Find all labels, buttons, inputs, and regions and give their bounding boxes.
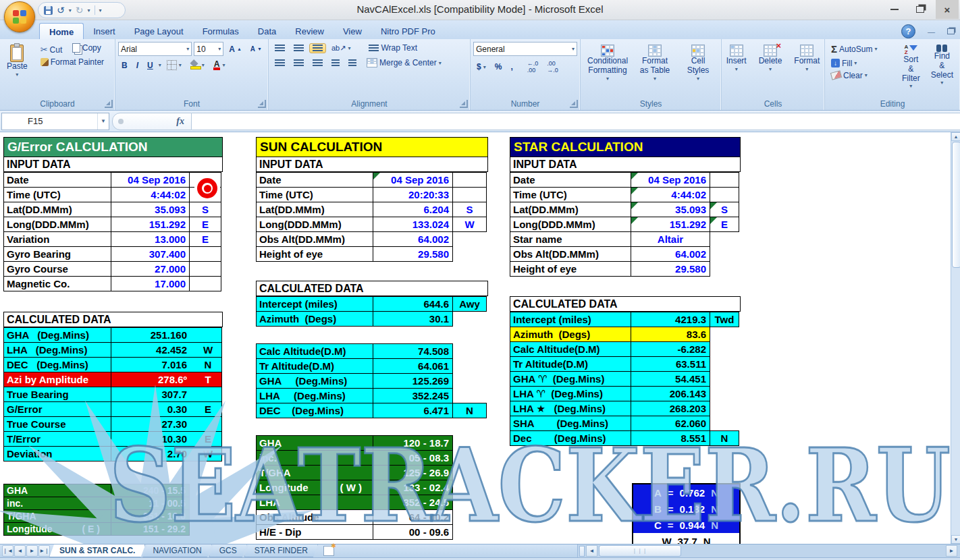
cell-value[interactable]: 27.000 bbox=[111, 261, 190, 277]
cell-label[interactable]: LHA bbox=[256, 495, 373, 510]
cell-unit[interactable]: S bbox=[452, 202, 487, 217]
font-color-button[interactable]: A▾ bbox=[210, 59, 229, 72]
cell-value[interactable]: 30.1 bbox=[373, 311, 453, 327]
paste-button[interactable]: Paste ▾ bbox=[3, 42, 32, 80]
cell-value[interactable]: 352.245 bbox=[373, 388, 453, 403]
shrink-font-button[interactable]: A▼ bbox=[247, 44, 265, 54]
cell-label[interactable]: Gyro Bearing bbox=[3, 246, 111, 262]
cell-value[interactable]: 35.093 bbox=[111, 202, 190, 217]
format-as-table-button[interactable]: Format as Table▾ bbox=[635, 42, 675, 95]
delete-cells-button[interactable]: Delete▾ bbox=[755, 42, 786, 95]
cell-value[interactable]: 151.292 bbox=[111, 217, 190, 232]
cell-label[interactable]: True Course bbox=[3, 416, 111, 432]
next-sheet-icon[interactable]: ► bbox=[26, 545, 38, 557]
sheet-tab-navigation[interactable]: NAVIGATION bbox=[142, 544, 211, 557]
cell-value[interactable]: 644.6 bbox=[373, 296, 453, 312]
cell-label[interactable]: Long(DDD.MMm) bbox=[510, 217, 631, 232]
cell-label[interactable]: Lat(DD.MMm) bbox=[256, 202, 373, 217]
cell-label[interactable]: Time (UTC) bbox=[3, 187, 111, 202]
cell-value[interactable]: Altair bbox=[631, 231, 710, 247]
cell-label[interactable]: T/Error bbox=[3, 431, 111, 447]
cell-value[interactable]: 04 Sep 2016 bbox=[631, 172, 710, 188]
horizontal-scrollbar[interactable]: ◄ ❘❘❘ ► bbox=[577, 544, 960, 557]
scroll-up-icon[interactable]: ▲ bbox=[951, 132, 960, 141]
cell-unit[interactable] bbox=[452, 231, 487, 247]
cell-value[interactable]: 04 Sep 2016 bbox=[373, 172, 453, 188]
cell-unit[interactable]: S bbox=[189, 202, 221, 217]
customize-qat-caret[interactable]: ▾ bbox=[99, 7, 102, 13]
cell-label[interactable]: Obs Alt(DD.MMm) bbox=[256, 231, 373, 247]
cell-label[interactable]: GHA bbox=[3, 484, 111, 497]
cell-value[interactable]: 17.000 bbox=[111, 276, 190, 291]
increase-decimal-button[interactable]: ←.0.00 bbox=[524, 59, 542, 75]
cell-label[interactable]: GHA ♈ (Deg.Mins) bbox=[510, 371, 631, 387]
sort-filter-button[interactable]: AZ Sort & Filter▾ bbox=[898, 42, 924, 95]
cell-label[interactable]: Obs Alt(DD.MMm) bbox=[510, 246, 631, 262]
cell-value[interactable]: 206.143 bbox=[631, 386, 710, 401]
cell-label[interactable]: LHA ★ (Deg.Mins) bbox=[510, 401, 631, 416]
cell-value[interactable]: 05 - 08.3 bbox=[373, 450, 453, 466]
cell-value[interactable]: 8.551 bbox=[631, 430, 710, 446]
cell-value[interactable]: 4:44:02 bbox=[631, 187, 710, 202]
cell-label[interactable]: GHA (Deg.Mins) bbox=[3, 327, 111, 343]
comma-button[interactable]: , bbox=[507, 61, 516, 73]
cell-value[interactable]: 4219.3 bbox=[631, 312, 710, 327]
tab-formulas[interactable]: Formulas bbox=[193, 23, 248, 39]
cell-value[interactable]: 133.024 bbox=[373, 217, 453, 232]
cell-label[interactable]: T/GHA bbox=[3, 509, 111, 523]
sheet-tab-gcs[interactable]: GCS bbox=[209, 544, 247, 557]
format-painter-button[interactable]: Format Painter bbox=[37, 56, 107, 68]
formula-input[interactable] bbox=[192, 113, 960, 130]
vertical-scrollbar[interactable]: ▲ ▼ bbox=[951, 132, 960, 544]
cell-unit[interactable] bbox=[452, 358, 487, 374]
cell-unit[interactable]: N bbox=[710, 430, 739, 446]
cell-value[interactable]: 13.000 bbox=[111, 231, 190, 247]
cell-unit[interactable] bbox=[452, 187, 487, 202]
cell-value[interactable]: 29.580 bbox=[373, 246, 453, 262]
cell-label[interactable]: True Bearing bbox=[3, 387, 111, 402]
redo-icon[interactable]: ↻ bbox=[76, 5, 84, 15]
insert-worksheet-button[interactable] bbox=[318, 544, 340, 557]
sheet-tab-sun-star-calc[interactable]: SUN & STAR CALC. bbox=[49, 544, 145, 557]
cell-unit[interactable] bbox=[710, 371, 739, 387]
name-box[interactable]: F15 ▼ bbox=[1, 113, 109, 130]
tab-home[interactable]: Home bbox=[39, 23, 84, 40]
cell-label[interactable]: H/E - Dip bbox=[256, 524, 373, 540]
cell-unit[interactable] bbox=[710, 386, 739, 401]
cell-unit[interactable] bbox=[710, 356, 739, 372]
cell-label[interactable]: Azi by Amplitude bbox=[3, 372, 111, 387]
cell-label[interactable]: inc. bbox=[256, 450, 373, 466]
cell-value[interactable]: 35.093 bbox=[631, 202, 710, 217]
fill-button[interactable]: ↓Fill▾ bbox=[828, 57, 860, 69]
cell-unit[interactable] bbox=[452, 373, 487, 389]
cell-label[interactable]: GHA (Deg.Mins) bbox=[256, 373, 373, 389]
cell-value[interactable]: 10.30E bbox=[111, 431, 222, 447]
find-select-button[interactable]: Find & Select▾ bbox=[927, 42, 957, 95]
cell-unit[interactable] bbox=[710, 261, 739, 277]
decrease-decimal-button[interactable]: .00→.0 bbox=[543, 59, 562, 75]
tab-data[interactable]: Data bbox=[248, 23, 286, 39]
close-button[interactable]: × bbox=[936, 0, 959, 19]
restore-button[interactable] bbox=[909, 0, 932, 19]
cell-value[interactable]: 133 - 02.4 bbox=[373, 480, 453, 495]
align-center-button[interactable] bbox=[290, 58, 307, 68]
cell-value[interactable]: 74.508 bbox=[373, 343, 453, 359]
cell-label[interactable]: Height of eye bbox=[510, 261, 631, 277]
cell-unit[interactable] bbox=[189, 246, 221, 262]
cell-value[interactable]: -6.282 bbox=[631, 341, 710, 357]
cell-value[interactable]: 6.471 bbox=[373, 403, 453, 418]
cell-value[interactable]: 64.061 bbox=[373, 358, 453, 374]
cell-value[interactable]: 352 - 24.5 bbox=[373, 495, 453, 510]
cell-value[interactable]: 04 Sep 2016 bbox=[111, 172, 190, 188]
cell-value[interactable]: 83.6 bbox=[631, 327, 710, 342]
scroll-down-icon[interactable]: ▼ bbox=[951, 535, 960, 544]
bold-button[interactable]: B bbox=[118, 59, 131, 72]
cell-unit[interactable] bbox=[710, 401, 739, 416]
cell-label[interactable]: Long(DDD.MMm) bbox=[256, 217, 373, 232]
tab-nitro-pdf[interactable]: Nitro PDF Pro bbox=[371, 23, 445, 39]
cell-label[interactable]: Intercept (miles) bbox=[510, 312, 631, 327]
cell-label[interactable]: Longitude( E ) bbox=[3, 522, 111, 536]
cell-value[interactable]: 54.451 bbox=[631, 371, 710, 387]
cell-unit[interactable] bbox=[710, 246, 739, 262]
insert-cells-button[interactable]: Insert▾ bbox=[722, 42, 751, 95]
